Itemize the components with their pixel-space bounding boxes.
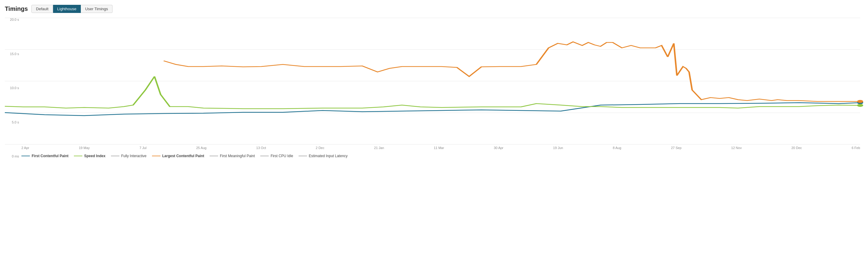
x-label-0: 2 Apr	[22, 146, 29, 150]
legend-eil: Estimated Input Latency	[299, 154, 348, 158]
legend-fi-line	[111, 156, 119, 156]
page-header: Timings Default Lighthouse User Timings	[5, 5, 863, 13]
legend-fi: Fully Interactive	[111, 154, 147, 158]
x-label-2: 7 Jul	[140, 146, 146, 150]
legend-fmp-line	[210, 156, 218, 156]
x-label-9: 19 Jun	[553, 146, 563, 150]
x-label-14: 6 Feb	[852, 146, 860, 150]
x-label-6: 21 Jan	[374, 146, 384, 150]
si-dot	[857, 104, 863, 107]
legend-fci: First CPU Idle	[260, 154, 293, 158]
legend-si: Speed Index	[74, 154, 105, 158]
si-line	[5, 76, 860, 109]
x-label-8: 30 Apr	[494, 146, 503, 150]
legend-fmp: First Meaningful Paint	[210, 154, 255, 158]
chart-container: 20.0 s 15.0 s 10.0 s 5.0 s 0 ms	[5, 18, 863, 158]
x-label-13: 20 Dec	[792, 146, 802, 150]
tab-group: Default Lighthouse User Timings	[31, 5, 113, 13]
chart-svg	[5, 18, 860, 144]
tab-default[interactable]: Default	[31, 5, 53, 13]
tab-user-timings[interactable]: User Timings	[81, 5, 113, 13]
legend-si-line	[74, 156, 82, 156]
x-label-11: 27 Sep	[671, 146, 682, 150]
page-title: Timings	[5, 5, 28, 12]
x-label-3: 25 Aug	[196, 146, 206, 150]
x-label-10: 8 Aug	[613, 146, 621, 150]
x-label-5: 2 Dec	[316, 146, 324, 150]
legend-fcp-line	[22, 156, 30, 156]
legend-fci-line	[260, 156, 269, 156]
y-label-0: 0 ms	[5, 154, 22, 158]
legend-lcp: Largest Contentful Paint	[152, 154, 204, 158]
x-label-4: 13 Oct	[256, 146, 266, 150]
lcp-dot	[857, 100, 863, 103]
x-axis: 2 Apr 19 May 7 Jul 25 Aug 13 Oct 2 Dec 2…	[22, 144, 860, 150]
legend-eil-line	[299, 156, 307, 156]
x-label-12: 12 Nov	[731, 146, 742, 150]
chart-area	[5, 18, 860, 144]
x-label-1: 19 May	[79, 146, 90, 150]
tab-lighthouse[interactable]: Lighthouse	[53, 5, 81, 13]
x-label-7: 11 Mar	[434, 146, 444, 150]
legend-lcp-line	[152, 156, 160, 156]
lcp-line	[164, 42, 860, 101]
legend: First Contentful Paint Speed Index Fully…	[22, 154, 863, 158]
legend-fcp: First Contentful Paint	[22, 154, 68, 158]
